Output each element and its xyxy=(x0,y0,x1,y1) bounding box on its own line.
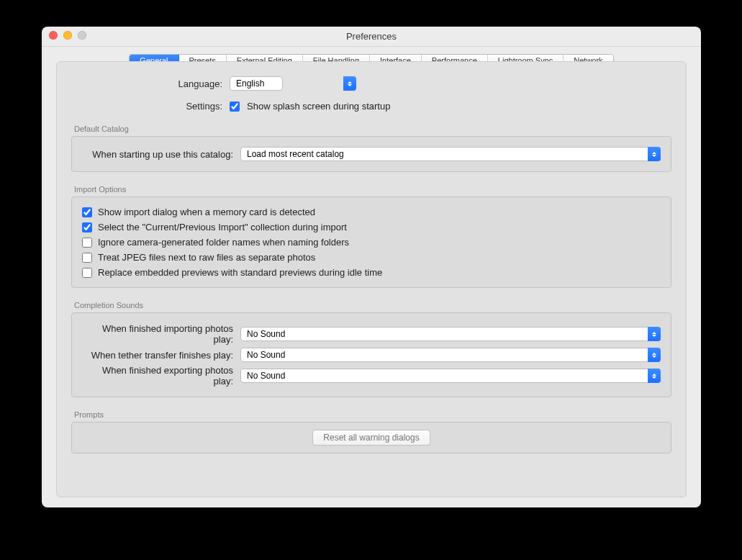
import-option-checkbox[interactable] xyxy=(82,253,92,263)
settings-label: Settings: xyxy=(71,101,222,112)
import-option-label: Treat JPEG files next to raw files as se… xyxy=(98,252,315,263)
startup-catalog-label: When starting up use this catalog: xyxy=(82,149,233,160)
section-default-catalog: Default Catalog xyxy=(74,125,671,133)
section-prompts: Prompts xyxy=(74,410,671,419)
completion-sound-row: When finished exporting photos play:No S… xyxy=(82,365,661,387)
minimize-icon[interactable] xyxy=(63,31,72,40)
section-completion-sounds: Completion Sounds xyxy=(74,301,671,310)
import-option-row: Ignore camera-generated folder names whe… xyxy=(82,235,661,250)
import-option-label: Ignore camera-generated folder names whe… xyxy=(98,237,349,248)
import-option-row: Show import dialog when a memory card is… xyxy=(82,204,661,220)
titlebar: Preferences xyxy=(42,27,701,47)
import-option-row: Treat JPEG files next to raw files as se… xyxy=(82,250,661,265)
window-title: Preferences xyxy=(42,27,701,47)
completion-sound-select[interactable]: No Sound xyxy=(240,348,661,362)
import-option-checkbox[interactable] xyxy=(82,238,92,248)
zoom-icon xyxy=(78,31,86,40)
splash-checkbox[interactable] xyxy=(230,101,240,112)
window-controls xyxy=(49,31,86,40)
import-option-row: Select the "Current/Previous Import" col… xyxy=(82,220,661,235)
import-option-row: Replace embedded previews with standard … xyxy=(82,265,661,280)
completion-sound-label: When finished exporting photos play: xyxy=(82,365,233,387)
import-option-checkbox[interactable] xyxy=(82,268,92,278)
completion-sound-row: When finished importing photos play:No S… xyxy=(82,323,661,345)
preferences-window: Preferences GeneralPresetsExternal Editi… xyxy=(42,27,701,507)
language-label: Language: xyxy=(71,78,222,89)
completion-sound-label: When finished importing photos play: xyxy=(82,323,233,345)
completion-sound-select[interactable]: No Sound xyxy=(240,327,661,341)
completion-sound-row: When tether transfer finishes play:No So… xyxy=(82,348,661,362)
section-import-options: Import Options xyxy=(74,185,671,194)
import-option-label: Select the "Current/Previous Import" col… xyxy=(98,222,347,232)
import-option-label: Show import dialog when a memory card is… xyxy=(98,207,315,217)
language-select[interactable]: English xyxy=(230,76,283,91)
completion-sound-select[interactable]: No Sound xyxy=(240,369,661,383)
chevron-updown-icon xyxy=(343,76,356,91)
import-option-checkbox[interactable] xyxy=(82,222,92,232)
import-option-label: Replace embedded previews with standard … xyxy=(98,267,382,278)
content-panel: Language: English Settings: Show splash … xyxy=(56,61,687,497)
completion-sound-label: When tether transfer finishes play: xyxy=(82,350,233,361)
import-options-group: Show import dialog when a memory card is… xyxy=(71,197,671,288)
startup-catalog-select[interactable]: Load most recent catalog xyxy=(240,147,661,161)
close-icon[interactable] xyxy=(49,31,58,40)
completion-sounds-group: When finished importing photos play:No S… xyxy=(71,312,671,397)
import-option-checkbox[interactable] xyxy=(82,207,92,217)
splash-label: Show splash screen during startup xyxy=(247,101,390,112)
reset-warnings-button[interactable]: Reset all warning dialogs xyxy=(312,430,430,446)
